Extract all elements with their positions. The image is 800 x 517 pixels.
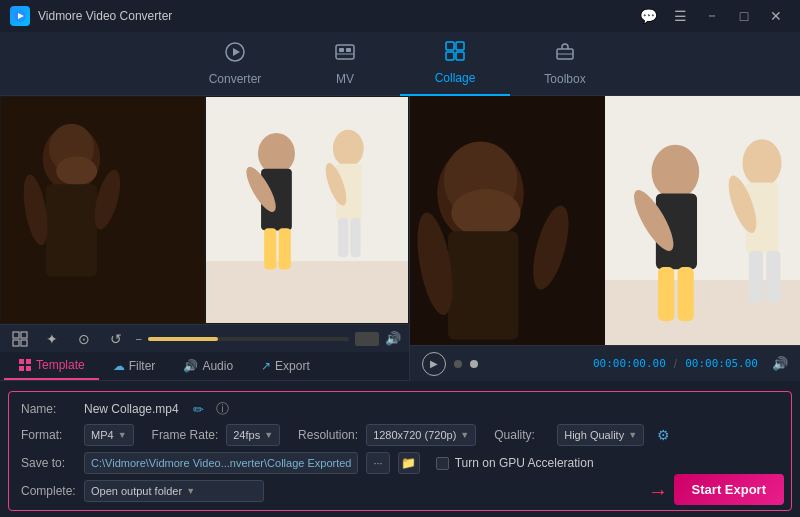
svg-rect-35 xyxy=(21,332,27,338)
cell2-bg xyxy=(206,97,409,323)
minimize-button[interactable]: － xyxy=(698,6,726,26)
edit-name-icon[interactable]: ✏ xyxy=(193,402,204,417)
collage-cell-1[interactable] xyxy=(0,96,205,324)
play-button[interactable]: ▶ xyxy=(422,352,446,376)
framerate-label: Frame Rate: xyxy=(152,428,219,442)
start-export-button[interactable]: Start Export xyxy=(674,474,784,505)
tab-template[interactable]: Template xyxy=(4,352,99,380)
quality-label: Quality: xyxy=(494,428,549,442)
saveto-row: Save to: C:\Vidmore\Vidmore Video...nver… xyxy=(21,452,779,474)
video-area: ✦ ⊙ ↺ – 🔊 xyxy=(0,96,800,381)
tab-audio-label: Audio xyxy=(202,359,233,373)
dot-1 xyxy=(454,360,462,368)
tab-collage-label: Collage xyxy=(435,71,476,85)
name-label: Name: xyxy=(21,402,76,416)
svg-rect-9 xyxy=(456,42,464,50)
format-select[interactable]: MP4 ▼ xyxy=(84,424,134,446)
tab-audio[interactable]: 🔊 Audio xyxy=(169,352,247,380)
complete-label: Complete: xyxy=(21,484,76,498)
tab-export-label: Export xyxy=(275,359,310,373)
svg-point-45 xyxy=(451,189,520,237)
titlebar-left: Vidmore Video Converter xyxy=(10,6,172,26)
mv-icon xyxy=(334,41,356,68)
tab-mv-label: MV xyxy=(336,72,354,86)
menu-icon[interactable]: ☰ xyxy=(666,6,694,26)
total-time: 00:00:05.00 xyxy=(685,357,758,370)
quality-select[interactable]: High Quality ▼ xyxy=(557,424,644,446)
format-arrow: ▼ xyxy=(118,430,127,440)
framerate-select[interactable]: 24fps ▼ xyxy=(226,424,280,446)
svg-rect-40 xyxy=(19,366,24,371)
bottom-settings-area: Name: New Collage.mp4 ✏ ⓘ Format: MP4 ▼ … xyxy=(0,381,800,517)
tab-toolbox-label: Toolbox xyxy=(544,72,585,86)
current-time: 00:00:00.00 xyxy=(593,357,666,370)
saveto-path[interactable]: C:\Vidmore\Vidmore Video...nverter\Colla… xyxy=(84,452,358,474)
resolution-label: Resolution: xyxy=(298,428,358,442)
collage-controls-bar: ✦ ⊙ ↺ – 🔊 xyxy=(0,324,409,353)
svg-rect-8 xyxy=(446,42,454,50)
maximize-button[interactable]: □ xyxy=(730,6,758,26)
tab-converter-label: Converter xyxy=(209,72,262,86)
svg-rect-28 xyxy=(278,228,290,269)
playback-thumb xyxy=(355,332,379,346)
toolbox-icon xyxy=(554,41,576,68)
svg-rect-39 xyxy=(26,359,31,364)
preview-controls: ▶ 00:00:00.00 / 00:00:05.00 🔊 xyxy=(410,345,800,381)
svg-rect-37 xyxy=(21,340,27,346)
tab-mv[interactable]: MV xyxy=(290,32,400,96)
quality-arrow: ▼ xyxy=(628,430,637,440)
saveto-label: Save to: xyxy=(21,456,76,470)
tab-filter-label: Filter xyxy=(129,359,156,373)
svg-rect-55 xyxy=(678,267,694,321)
format-label: Format: xyxy=(21,428,76,442)
complete-select[interactable]: Open output folder ▼ xyxy=(84,480,264,502)
export-arrow: → xyxy=(648,480,668,503)
tab-filter[interactable]: ☁ Filter xyxy=(99,352,170,380)
svg-point-51 xyxy=(652,145,700,199)
undo-btn[interactable]: ↺ xyxy=(104,327,128,351)
template-icon xyxy=(18,358,32,372)
gpu-checkbox[interactable] xyxy=(436,457,449,470)
framerate-arrow: ▼ xyxy=(264,430,273,440)
app-title: Vidmore Video Converter xyxy=(38,9,172,23)
preview-volume-icon[interactable]: 🔊 xyxy=(772,356,788,371)
info-icon[interactable]: ⓘ xyxy=(216,400,229,418)
start-export-label: Start Export xyxy=(692,482,766,497)
settings-gear[interactable]: ⚙ xyxy=(652,424,674,446)
svg-rect-5 xyxy=(339,48,344,52)
clock-btn[interactable]: ⊙ xyxy=(72,327,96,351)
volume-icon[interactable]: 🔊 xyxy=(385,331,401,346)
navbar: Converter MV Collage xyxy=(0,32,800,96)
titlebar: Vidmore Video Converter 💬 ☰ － □ ✕ xyxy=(0,0,800,32)
svg-marker-3 xyxy=(233,48,240,56)
tab-converter[interactable]: Converter xyxy=(180,32,290,96)
editor-tabs: Template ☁ Filter 🔊 Audio ↗ Export xyxy=(0,352,409,381)
right-panel: ▶ 00:00:00.00 / 00:00:05.00 🔊 xyxy=(410,96,800,381)
svg-rect-38 xyxy=(19,359,24,364)
grid-btn[interactable] xyxy=(8,327,32,351)
tab-export-editor[interactable]: ↗ Export xyxy=(247,352,324,380)
tab-toolbox[interactable]: Toolbox xyxy=(510,32,620,96)
folder-btn[interactable]: 📁 xyxy=(398,452,420,474)
svg-rect-59 xyxy=(749,251,763,303)
svg-rect-19 xyxy=(46,184,97,276)
chat-icon[interactable]: 💬 xyxy=(634,6,662,26)
converter-icon xyxy=(224,41,246,68)
audio-icon: 🔊 xyxy=(183,359,198,373)
collage-cell-2[interactable] xyxy=(205,96,410,324)
tab-collage[interactable]: Collage xyxy=(400,32,510,96)
main-area: ✦ ⊙ ↺ – 🔊 xyxy=(0,96,800,517)
collage-canvas xyxy=(0,96,409,324)
cell1-bg xyxy=(1,97,204,323)
svg-rect-27 xyxy=(264,228,276,269)
resolution-select[interactable]: 1280x720 (720p) ▼ xyxy=(366,424,476,446)
svg-point-29 xyxy=(332,130,363,167)
name-value: New Collage.mp4 xyxy=(84,402,179,416)
svg-rect-11 xyxy=(456,52,464,60)
timeline-progress[interactable] xyxy=(148,337,349,341)
browse-dots-btn[interactable]: ··· xyxy=(366,452,389,474)
preview-video xyxy=(410,96,800,345)
progress-fill xyxy=(148,337,219,341)
close-button[interactable]: ✕ xyxy=(762,6,790,26)
star-btn[interactable]: ✦ xyxy=(40,327,64,351)
